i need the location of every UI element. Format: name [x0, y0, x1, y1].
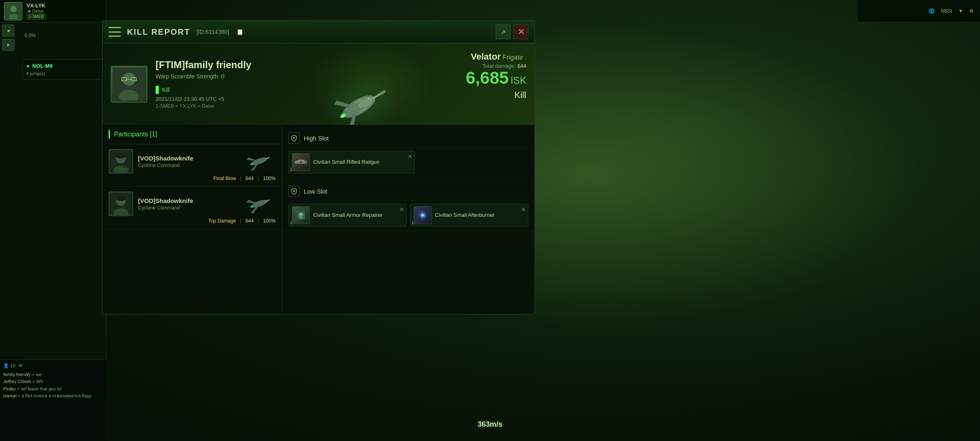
- participant-bottom-1: Final Blow | 644 | 100%: [109, 176, 276, 181]
- low-slot-name: Low Slot: [304, 188, 327, 195]
- kill-result-label: Kill: [466, 90, 526, 100]
- modal-body: Participants [1]: [102, 125, 535, 314]
- damage-stat-1: 644: [245, 176, 254, 181]
- svg-rect-51: [300, 213, 302, 216]
- kill-report-modal: KILL REPORT [ID:6314380] 📋 ⇗ ✕: [102, 20, 535, 314]
- route-system: NOL-M9: [32, 63, 53, 69]
- chat-msg-1: family friendly > we: [3, 372, 103, 377]
- svg-point-9: [339, 91, 379, 122]
- ship-dot: .: [525, 54, 526, 61]
- ship-name: Velator: [471, 51, 501, 62]
- kill-location: 1-SMEB < YX-LYK < Delve: [156, 103, 526, 109]
- participant-bottom-2: Top Damage | 644 | 100%: [109, 218, 276, 224]
- player-avatar: [4, 2, 22, 20]
- participant-row-2[interactable]: [VOD]Shadowknife Cyclone Command: [102, 187, 282, 229]
- nav-arrow-button[interactable]: ➤: [2, 39, 14, 51]
- armor-qty: 1: [290, 220, 292, 225]
- armor-remove[interactable]: ✕: [399, 206, 404, 213]
- svg-rect-43: [305, 161, 307, 163]
- afterburner-name: Civilian Small Afterburner: [435, 212, 494, 219]
- high-slot-items: 1 C: [288, 151, 528, 174]
- modal-title: KILL REPORT: [127, 27, 190, 37]
- participant-name-1: [VOD]Shadowknife: [138, 155, 238, 162]
- ship-image: [298, 66, 420, 125]
- total-damage-value: 644: [517, 63, 526, 69]
- high-slot-section: High Slot 1: [282, 125, 535, 178]
- filter-label[interactable]: NBSI: [941, 8, 952, 14]
- svg-point-21: [318, 78, 400, 125]
- player-status: 1-SMEB: [27, 13, 46, 20]
- low-slot-items: 1 C: [288, 204, 528, 227]
- left-sidebar: VX-LYK ◄ Delve 1-SMEB ➤ NOL-M9 4 jump(s)…: [0, 0, 106, 441]
- railgun-icon: [292, 153, 310, 171]
- filter-icon[interactable]: ⚙: [969, 8, 974, 14]
- damage-stat-2: 644: [245, 218, 254, 224]
- armor-name: Civilian Small Armor Repairer: [313, 212, 383, 219]
- svg-rect-15: [371, 92, 382, 100]
- modal-menu-button[interactable]: [109, 27, 121, 37]
- participant-top-1: [VOD]Shadowknife Cyclone Command: [109, 149, 276, 174]
- ship-class: Frigate: [503, 51, 523, 62]
- participant-row-1[interactable]: [VOD]Shadowknife Cyclone Command: [102, 144, 282, 187]
- railgun-qty: 1: [290, 167, 292, 172]
- participant-corp-1: Cyclone Command: [138, 163, 238, 168]
- chat-msg-3: Peaky > sel leave that guy lol: [3, 386, 103, 392]
- svg-rect-44: [294, 161, 296, 163]
- route-icon: ➤: [26, 63, 30, 69]
- mail-icon: ✉: [18, 363, 22, 368]
- armor-icon-container: [292, 206, 310, 224]
- participant-avatar-2: [109, 192, 133, 216]
- player-name: VX-LYK: [27, 2, 46, 9]
- armor-repairer-item: 1 C: [288, 204, 407, 227]
- kill-stats: Velator Frigate . Total damage: 644 6,68…: [466, 51, 526, 100]
- top-bar-left: VX-LYK ◄ Delve 1-SMEB: [0, 0, 106, 22]
- top-damage-badge: Top Damage: [208, 218, 236, 224]
- modal-actions: ⇗ ✕: [496, 24, 528, 39]
- svg-rect-17: [354, 98, 362, 104]
- participant-ship-2: [243, 194, 276, 214]
- low-slot-icon: [288, 185, 300, 197]
- low-slot-section: Low Slot 1: [282, 178, 535, 231]
- railgun-name: Civilian Small Rifled Railgun: [313, 159, 380, 166]
- participant-top-2: [VOD]Shadowknife Cyclone Command: [109, 192, 276, 216]
- svg-point-1: [10, 6, 17, 12]
- participants-count-value: [1]: [150, 131, 157, 138]
- participant-ship-1: [243, 151, 276, 172]
- participant-info-2: [VOD]Shadowknife Cyclone Command: [138, 197, 238, 211]
- route-panel: ➤ NOL-M9 4 jump(s): [22, 59, 104, 80]
- player-info: VX-LYK ◄ Delve 1-SMEB: [27, 2, 46, 20]
- person-count: 👤 10: [3, 363, 15, 368]
- modal-header: KILL REPORT [ID:6314380] 📋 ⇗ ✕: [102, 21, 535, 43]
- route-jumps: 4 jump(s): [26, 71, 100, 76]
- kill-banner: [FTIM]family friendly Warp Scramble Stre…: [102, 43, 535, 125]
- modal-close-button[interactable]: ✕: [514, 24, 528, 39]
- modal-id: [ID:6314380]: [196, 29, 229, 35]
- svg-point-25: [116, 154, 126, 158]
- isk-currency: ISK: [510, 75, 526, 86]
- copy-icon[interactable]: 📋: [236, 29, 243, 35]
- railgun-remove[interactable]: ✕: [408, 153, 412, 160]
- fitting-panel: High Slot 1: [282, 125, 535, 314]
- player-corp: ◄ Delve: [27, 9, 46, 13]
- svg-marker-12: [343, 111, 364, 125]
- svg-rect-38: [265, 199, 270, 202]
- svg-rect-18: [359, 107, 367, 112]
- nav-map-button[interactable]: ◄: [2, 24, 14, 37]
- modal-external-button[interactable]: ⇗: [496, 24, 510, 39]
- participant-corp-2: Cyclone Command: [138, 205, 238, 211]
- afterburner-remove[interactable]: ✕: [521, 206, 526, 213]
- svg-point-19: [368, 98, 370, 100]
- low-slot-header: Low Slot: [288, 182, 528, 200]
- dropdown-arrow[interactable]: ▼: [958, 8, 963, 14]
- afterburner-item: 1: [410, 204, 528, 227]
- participants-title: Participants: [114, 131, 148, 138]
- participant-avatar-1: [109, 149, 133, 174]
- ship-name-class: Velator Frigate .: [466, 51, 526, 62]
- svg-rect-16: [379, 90, 386, 96]
- afterburner-icon-container: [414, 206, 432, 224]
- shield-status: 6.0%: [24, 33, 36, 38]
- svg-point-20: [365, 105, 366, 107]
- isk-value: 6,685: [466, 68, 509, 87]
- chat-msg-4: ixareal > я без голоса и отваливается бу…: [3, 393, 103, 399]
- participants-panel: Participants [1]: [102, 125, 282, 314]
